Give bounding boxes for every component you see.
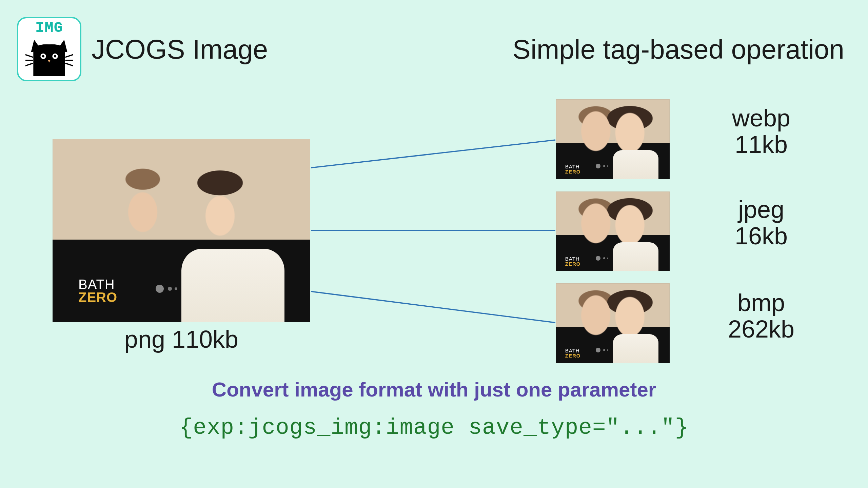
output-image-bmp: BATHZERO — [556, 283, 670, 363]
svg-point-2 — [42, 55, 44, 58]
output-label-jpeg: jpeg 16kb — [680, 197, 843, 249]
logo-img-label: IMG — [35, 20, 63, 35]
output-size: 16kb — [735, 222, 788, 249]
brand-title: JCOGS Image — [92, 34, 268, 65]
code-sample: {exp:jcogs_img:image save_type="..."} — [0, 415, 868, 441]
output-format: webp — [732, 104, 790, 131]
svg-line-4 — [25, 54, 33, 57]
headline: Convert image format with just one param… — [0, 378, 868, 401]
output-format: bmp — [737, 289, 785, 316]
svg-line-9 — [66, 63, 73, 66]
source-image: BATH ZERO — [53, 139, 310, 322]
output-image-jpeg: BATHZERO — [556, 191, 670, 271]
svg-line-7 — [66, 54, 73, 57]
output-label-webp: webp 11kb — [680, 105, 843, 158]
svg-line-12 — [311, 291, 555, 323]
shirt-line2: ZERO — [78, 290, 117, 305]
tagline: Simple tag-based operation — [513, 34, 844, 65]
svg-line-10 — [311, 140, 555, 168]
source-caption: png 110kb — [53, 325, 310, 353]
output-format: jpeg — [738, 196, 784, 223]
output-image-webp: BATHZERO — [556, 99, 670, 179]
output-size: 262kb — [728, 316, 794, 343]
output-label-bmp: bmp 262kb — [680, 290, 843, 343]
output-size: 11kb — [735, 131, 788, 158]
brand-logo: IMG — [17, 17, 81, 81]
cat-icon — [25, 36, 73, 77]
svg-point-3 — [54, 55, 56, 58]
svg-line-6 — [25, 63, 33, 66]
